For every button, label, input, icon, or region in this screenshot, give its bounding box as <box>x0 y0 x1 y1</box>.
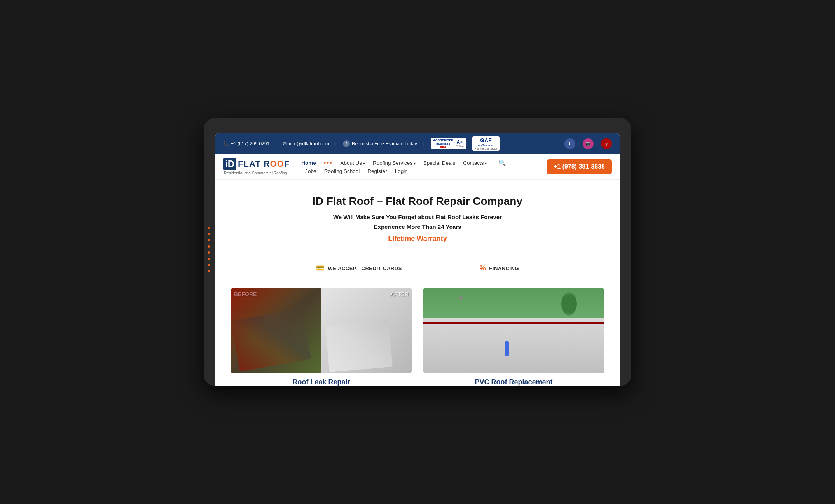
gaf-subtitle: Authorized <box>477 143 494 147</box>
credit-card-icon: 💳 <box>316 264 325 272</box>
credit-card-label: WE ACCEPT CREDIT CARDS <box>328 265 402 271</box>
phone-icon: 📞 <box>223 141 229 146</box>
nav-home[interactable]: Home <box>301 160 316 166</box>
financing-label: FINANCING <box>489 265 519 271</box>
nav-deals[interactable]: Special Deals <box>423 160 456 166</box>
divider2: | <box>335 141 337 146</box>
nav-row-secondary: Jobs Roofing School Register Login <box>301 168 539 174</box>
email-icon: ✉ <box>283 141 287 146</box>
device-screen: 📞 +1 (617) 299-0291 | ✉ info@idflatroof.… <box>215 133 620 386</box>
instagram-icon[interactable]: 📷 <box>583 138 594 149</box>
cards-section: BEFORE AFTER Roof Leak Repair <box>215 280 620 386</box>
estimate-cta[interactable]: ? Request a Free Estimate Today <box>343 140 417 147</box>
divider1: | <box>276 141 277 146</box>
site-logo[interactable]: iD FLAT ROOF Residential and Commercial … <box>223 158 290 175</box>
nav-about[interactable]: About Us <box>341 160 365 166</box>
hero-subtitle: We Will Make Sure You Forget about Flat … <box>223 214 612 220</box>
nav-login[interactable]: Login <box>395 168 408 174</box>
bbb-text: ACCREDITED BUSINESS <box>433 139 453 145</box>
email-address: info@idflatroof.com <box>289 141 329 146</box>
pvc-roof-card[interactable]: PVC Roof Replacement <box>423 288 604 386</box>
hero-section: ID Flat Roof – Flat Roof Repair Company … <box>215 180 620 260</box>
device-frame: 📞 +1 (617) 299-0291 | ✉ info@idflatroof.… <box>204 118 631 386</box>
social-divider2: | <box>597 141 598 146</box>
hero-title: ID Flat Roof – Flat Roof Repair Company <box>223 195 612 208</box>
nav-jobs[interactable]: Jobs <box>305 168 316 174</box>
pvc-roof-image <box>423 288 604 373</box>
gaf-badge: GAF Authorized Roofing Contractor <box>472 136 500 151</box>
nav-contacts[interactable]: Contacts <box>463 160 487 166</box>
nav-school[interactable]: Roofing School <box>324 168 360 174</box>
gaf-label: GAF <box>480 137 492 143</box>
nav-services[interactable]: Roofing Services <box>373 160 416 166</box>
logo-id-text: iD <box>223 158 236 170</box>
search-button[interactable]: 🔍 <box>498 159 506 167</box>
nav-dots: ••• <box>324 159 333 166</box>
hero-warranty: Lifetime Warranty <box>223 235 612 243</box>
cta-text: Request a Free Estimate Today <box>352 141 417 146</box>
gaf-desc: Roofing Contractor <box>475 147 498 150</box>
facebook-icon[interactable]: f <box>564 138 575 149</box>
pvc-roof-title: PVC Roof Replacement <box>423 378 604 386</box>
divider3: | <box>423 141 424 146</box>
before-image: BEFORE <box>231 288 321 373</box>
financing-icon: % <box>480 264 486 272</box>
logo-name: FLAT ROOF <box>238 159 290 169</box>
financing-feature: % FINANCING <box>480 264 519 272</box>
nav-row-primary: Home ••• About Us Roofing Services Speci… <box>301 159 539 167</box>
logo-subtitle: Residential and Commercial Roofing <box>224 171 290 175</box>
question-icon: ? <box>343 140 350 147</box>
bbb-rating: A+ <box>457 140 463 145</box>
yelp-icon[interactable]: y <box>601 138 612 149</box>
navigation: iD FLAT ROOF Residential and Commercial … <box>215 154 620 180</box>
top-bar: 📞 +1 (617) 299-0291 | ✉ info@idflatroof.… <box>215 133 620 154</box>
credit-card-feature: 💳 WE ACCEPT CREDIT CARDS <box>316 264 402 272</box>
hero-experience: Experience More Than 24 Years <box>223 223 612 230</box>
after-image: AFTER <box>321 288 412 373</box>
phone-cta-button[interactable]: +1 (978) 381-3838 <box>547 159 612 174</box>
social-divider: | <box>578 141 580 146</box>
features-row: 💳 WE ACCEPT CREDIT CARDS % FINANCING <box>215 260 620 280</box>
roof-leak-image: BEFORE AFTER <box>231 288 412 373</box>
email-info[interactable]: ✉ info@idflatroof.com <box>283 141 329 146</box>
phone-info[interactable]: 📞 +1 (617) 299-0291 <box>223 141 269 146</box>
bbb-badge: ACCREDITED BUSINESS BBB A+ Rating <box>431 138 466 149</box>
phone-number: +1 (617) 299-0291 <box>231 141 269 146</box>
social-links: f | 📷 | y <box>564 138 612 149</box>
nav-rows: Home ••• About Us Roofing Services Speci… <box>301 159 539 174</box>
roof-leak-card[interactable]: BEFORE AFTER Roof Leak Repair <box>231 288 412 386</box>
nav-register[interactable]: Register <box>367 168 387 174</box>
roof-leak-title: Roof Leak Repair <box>231 378 412 386</box>
